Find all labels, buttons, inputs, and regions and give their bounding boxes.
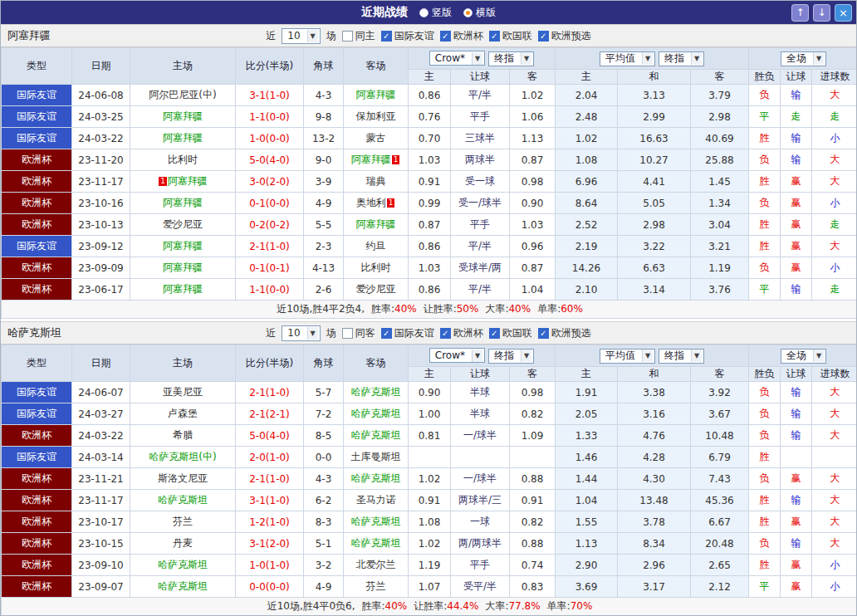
col-header-score: 比分(半场) bbox=[236, 345, 304, 382]
avg-home-odds-cell: 1.04 bbox=[556, 490, 618, 511]
competition-checkbox[interactable]: ✓欧洲预选 bbox=[538, 326, 591, 340]
away-odds-cell: 1.09 bbox=[510, 425, 556, 447]
competition-checkbox[interactable]: ✓国际友谊 bbox=[381, 326, 434, 340]
home-odds-cell: 1.19 bbox=[409, 555, 451, 576]
handicap-cell: 半球 bbox=[451, 382, 510, 403]
avg-home-odds-cell: 1.08 bbox=[556, 149, 618, 171]
score-cell: 0-2(0-2) bbox=[236, 214, 304, 236]
handicap-result-cell: 赢 bbox=[781, 214, 812, 236]
chevron-down-icon: ▼ bbox=[472, 350, 482, 362]
competition-checkbox[interactable]: ✓欧洲预选 bbox=[538, 29, 591, 43]
corner-cell: 3-2 bbox=[304, 555, 344, 576]
away-odds-cell: 1.02 bbox=[510, 85, 556, 106]
corner-cell: 7-2 bbox=[304, 403, 344, 425]
avg-home-odds-cell: 2.48 bbox=[556, 106, 618, 128]
goals-result-cell: 大 bbox=[812, 490, 857, 511]
summary-stat-label: 单率: bbox=[537, 303, 561, 315]
match-count-select[interactable]: 10▼ bbox=[282, 325, 320, 341]
average-select[interactable]: 平均值▼ bbox=[600, 349, 655, 364]
same-venue-checkbox[interactable]: 同主 bbox=[342, 29, 375, 43]
handicap-cell: 三球半 bbox=[451, 128, 510, 149]
window-buttons: ↑ ↓ × bbox=[791, 4, 852, 22]
bookmaker-select[interactable]: Crow*▼ bbox=[429, 51, 485, 66]
away-odds-cell: 0.98 bbox=[510, 382, 556, 403]
avg-draw-odds-cell: 3.78 bbox=[618, 511, 691, 533]
competition-checkbox[interactable]: ✓国际友谊 bbox=[381, 29, 434, 43]
fulltime-select[interactable]: 全场▼ bbox=[781, 349, 826, 364]
away-team-cell: 爱沙尼亚 bbox=[344, 279, 409, 301]
away-odds-cell: 0.88 bbox=[510, 533, 556, 555]
goals-result-cell: 小 bbox=[812, 257, 857, 279]
corner-cell: 4-3 bbox=[304, 85, 344, 106]
corner-cell: 4-9 bbox=[304, 576, 344, 598]
competition-checkbox[interactable]: ✓欧洲杯 bbox=[440, 29, 483, 43]
competition-checkbox[interactable]: ✓欧洲杯 bbox=[440, 326, 483, 340]
radio-icon bbox=[463, 8, 473, 17]
avg-away-odds-cell: 3.79 bbox=[691, 85, 749, 106]
move-up-button[interactable]: ↑ bbox=[791, 4, 809, 22]
odds-stage-select[interactable]: 终指▼ bbox=[488, 51, 534, 66]
close-button[interactable]: × bbox=[835, 4, 852, 22]
team-name-text: 哈萨克斯坦 bbox=[351, 429, 401, 441]
handicap-result-cell: 输 bbox=[781, 490, 812, 511]
avg-draw-odds-cell: 10.27 bbox=[618, 149, 691, 171]
checkbox-checked-icon: ✓ bbox=[489, 31, 500, 42]
competition-cell: 国际友谊 bbox=[2, 236, 72, 257]
col-header-type: 类型 bbox=[2, 345, 72, 382]
avg-away-odds-cell: 3.21 bbox=[691, 236, 749, 257]
avg-home-odds-cell: 2.19 bbox=[556, 236, 618, 257]
goals-result-cell: 大 bbox=[812, 425, 857, 447]
recent-results-window: 近期战绩 竖版横版 ↑ ↓ × 阿塞拜疆 近 10▼ 场 同主 ✓国际友谊✓欧洲… bbox=[0, 0, 857, 616]
checkbox-label: 欧洲杯 bbox=[453, 29, 483, 43]
match-count-select[interactable]: 10▼ bbox=[282, 28, 320, 44]
avg-home-odds-cell: 2.52 bbox=[556, 214, 618, 236]
home-odds-cell: 0.76 bbox=[409, 106, 451, 128]
match-row: 国际友谊24-06-07亚美尼亚2-1(1-0)5-7哈萨克斯坦0.90半球0.… bbox=[2, 382, 857, 403]
average-select[interactable]: 平均值▼ bbox=[600, 51, 655, 66]
team-name-text: 阿塞拜疆 bbox=[163, 132, 203, 144]
fulltime-select[interactable]: 全场▼ bbox=[781, 51, 826, 66]
corner-cell: 5-5 bbox=[304, 214, 344, 236]
home-team-cell: 比利时 bbox=[130, 149, 236, 171]
average-stage-select[interactable]: 终指▼ bbox=[659, 51, 704, 66]
checkbox-checked-icon: ✓ bbox=[538, 31, 549, 42]
same-venue-checkbox[interactable]: 同客 bbox=[342, 326, 375, 340]
match-row: 欧洲杯23-11-20比利时5-0(4-0)9-0阿塞拜疆11.03两球半0.8… bbox=[2, 149, 857, 171]
score-cell: 2-1(1-0) bbox=[236, 382, 304, 403]
result-cell: 胜 bbox=[749, 128, 781, 149]
move-down-button[interactable]: ↓ bbox=[813, 4, 830, 22]
away-team-cell: 哈萨克斯坦 bbox=[344, 382, 409, 403]
corner-cell: 4-13 bbox=[304, 257, 344, 279]
team-name-text: 北爱尔兰 bbox=[356, 559, 396, 570]
avg-draw-odds-cell: 3.17 bbox=[618, 576, 691, 598]
summary-stat-label: 单率: bbox=[547, 600, 571, 612]
match-row: 欧洲杯23-09-10哈萨克斯坦1-0(1-0)3-2北爱尔兰1.19平手0.7… bbox=[2, 555, 857, 576]
competition-cell: 国际友谊 bbox=[2, 403, 72, 425]
layout-radio[interactable]: 横版 bbox=[463, 6, 496, 20]
layout-radio[interactable]: 竖版 bbox=[419, 6, 452, 20]
home-odds-cell: 0.91 bbox=[409, 171, 451, 193]
date-cell: 23-09-07 bbox=[72, 576, 130, 598]
bookmaker-select[interactable]: Crow*▼ bbox=[429, 348, 485, 363]
competition-checkbox[interactable]: ✓欧国联 bbox=[489, 29, 532, 43]
col-header-home: 主场 bbox=[130, 345, 236, 382]
average-stage-select[interactable]: 终指▼ bbox=[659, 349, 704, 364]
competition-checkbox[interactable]: ✓欧国联 bbox=[489, 326, 532, 340]
team-name-text: 亚美尼亚 bbox=[163, 386, 203, 398]
avg-away-odds-cell: 1.19 bbox=[691, 257, 749, 279]
goals-result-cell bbox=[812, 447, 857, 468]
score-cell: 2-1(2-1) bbox=[236, 403, 304, 425]
date-cell: 23-10-16 bbox=[72, 193, 130, 214]
match-row: 欧洲杯23-11-21斯洛文尼亚2-1(1-0)4-3哈萨克斯坦1.02一/球半… bbox=[2, 468, 857, 490]
odds-stage-select[interactable]: 终指▼ bbox=[488, 349, 534, 364]
away-odds-cell: 1.13 bbox=[510, 128, 556, 149]
average-stage-value: 终指 bbox=[664, 349, 684, 363]
summary-stat-value: 44.4% bbox=[447, 600, 478, 612]
avg-draw-odds-cell: 16.63 bbox=[618, 128, 691, 149]
home-odds-cell: 1.02 bbox=[409, 533, 451, 555]
handicap-cell: 平手 bbox=[451, 555, 510, 576]
home-odds-cell: 0.86 bbox=[409, 85, 451, 106]
average-stage-value: 终指 bbox=[664, 51, 684, 66]
corner-cell: 3-9 bbox=[304, 171, 344, 193]
team-name-text: 哈萨克斯坦 bbox=[158, 580, 208, 592]
